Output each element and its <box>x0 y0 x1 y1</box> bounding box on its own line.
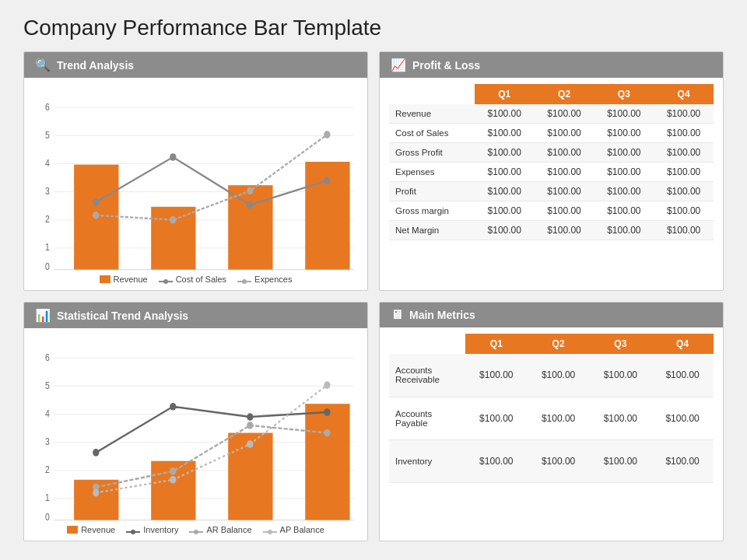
row-profit-q4: $100.00 <box>654 182 714 201</box>
row-profit-q3: $100.00 <box>594 182 654 201</box>
col-q1: Q1 <box>475 84 535 104</box>
profit-loss-header-row: Q1 Q2 Q3 Q4 <box>389 84 714 104</box>
col-q3: Q3 <box>594 84 654 104</box>
svg-point-18 <box>93 198 99 206</box>
table-row: Gross Profit $100.00 $100.00 $100.00 $10… <box>389 143 714 163</box>
svg-text:6: 6 <box>45 102 50 112</box>
legend-label-ar: AR Balance <box>206 525 251 534</box>
col-q4: Q4 <box>654 84 714 104</box>
svg-point-51 <box>324 429 330 437</box>
row-expenses-label: Expenses <box>389 163 475 182</box>
legend-label-inv: Inventory <box>143 525 178 534</box>
legend-label-revenue-stat: Revenue <box>81 525 115 534</box>
row-inv-q3: $100.00 <box>589 439 651 482</box>
row-inventory-label: Inventory <box>389 439 465 482</box>
profit-loss-body: Q1 Q2 Q3 Q4 Revenue $100.00 $100.00 $100… <box>380 78 723 290</box>
row-gross-margin-label: Gross margin <box>389 201 475 221</box>
row-ap-q4: $100.00 <box>651 397 714 439</box>
line-ap-balance <box>96 385 327 493</box>
row-gp-q3: $100.00 <box>594 143 654 163</box>
row-cos-label: Cost of Sales <box>389 124 475 143</box>
chart-icon: 📊 <box>35 308 51 323</box>
table-row: Inventory $100.00 $100.00 $100.00 $100.0… <box>389 439 714 482</box>
statistical-trend-body: 6 5 4 3 2 1 0 <box>24 328 367 541</box>
svg-text:3: 3 <box>45 436 50 446</box>
row-gross-profit-label: Gross Profit <box>389 143 475 163</box>
row-exp-q1: $100.00 <box>475 163 535 182</box>
svg-point-25 <box>324 131 330 138</box>
svg-text:4: 4 <box>45 408 50 418</box>
legend-label-revenue: Revenue <box>114 275 148 284</box>
trend-analysis-title: Trend Analysis <box>57 59 134 72</box>
row-ar-q2: $100.00 <box>528 354 590 397</box>
stat-trend-legend: Revenue Inventory AR Balance AP Balance <box>33 522 358 534</box>
row-ar-q4: $100.00 <box>651 354 714 397</box>
mm-col-q4: Q4 <box>651 334 714 354</box>
dashboard-grid: 🔍 Trend Analysis 6 5 4 3 2 1 0 <box>23 51 724 541</box>
panel-main-metrics: 🖥 Main Metrics Q1 Q2 Q3 Q4 AccountsRecei… <box>379 302 724 541</box>
svg-point-47 <box>324 408 330 416</box>
row-cos-q2: $100.00 <box>535 124 594 143</box>
svg-text:5: 5 <box>45 130 50 140</box>
svg-text:5: 5 <box>45 380 50 390</box>
row-ap-q1: $100.00 <box>465 397 528 439</box>
svg-point-46 <box>247 413 253 421</box>
statistical-trend-title: Statistical Trend Analysis <box>57 310 188 322</box>
row-nm-q4: $100.00 <box>654 221 714 240</box>
trend-analysis-header: 🔍 Trend Analysis <box>24 52 367 78</box>
line-ar-balance <box>96 425 327 488</box>
bar-q3 <box>228 185 272 269</box>
col-empty <box>389 84 475 104</box>
svg-text:1: 1 <box>45 243 50 253</box>
svg-text:2: 2 <box>45 215 50 225</box>
legend-bar-revenue-stat <box>67 526 78 534</box>
profit-loss-table: Q1 Q2 Q3 Q4 Revenue $100.00 $100.00 $100… <box>389 84 714 240</box>
svg-text:2: 2 <box>45 465 50 475</box>
main-metrics-header: 🖥 Main Metrics <box>380 303 723 327</box>
legend-expenses: Expences <box>237 275 292 284</box>
svg-point-50 <box>247 422 253 429</box>
svg-text:3: 3 <box>45 186 50 196</box>
row-ar-q1: $100.00 <box>465 354 528 397</box>
table-row: Profit $100.00 $100.00 $100.00 $100.00 <box>389 182 714 201</box>
table-row: Net Margin $100.00 $100.00 $100.00 $100.… <box>389 221 714 240</box>
main-metrics-header-row: Q1 Q2 Q3 Q4 <box>389 334 714 354</box>
row-gm-q1: $100.00 <box>475 201 535 221</box>
row-gp-q4: $100.00 <box>654 143 714 163</box>
mm-col-q1: Q1 <box>465 334 528 354</box>
legend-revenue: Revenue <box>100 275 148 284</box>
row-revenue-label: Revenue <box>389 104 475 124</box>
mm-col-q2: Q2 <box>528 334 590 354</box>
legend-label-cos: Cost of Sales <box>176 275 226 284</box>
svg-point-23 <box>170 216 176 224</box>
svg-text:6: 6 <box>45 352 50 362</box>
trend-analysis-chart: 6 5 4 3 2 1 0 <box>33 84 358 271</box>
line-expenses <box>96 135 327 220</box>
statistical-trend-chart: 6 5 4 3 2 1 0 <box>33 334 358 522</box>
legend-ar-balance: AR Balance <box>189 525 251 534</box>
col-q2: Q2 <box>535 84 594 104</box>
legend-line-cos <box>159 281 173 282</box>
profit-loss-thead: Q1 Q2 Q3 Q4 <box>389 84 714 104</box>
svg-point-22 <box>93 212 99 219</box>
row-ap-q3: $100.00 <box>589 397 651 439</box>
svg-point-20 <box>247 201 253 209</box>
svg-point-54 <box>247 440 253 448</box>
row-revenue-q2: $100.00 <box>535 104 594 124</box>
svg-point-55 <box>324 381 330 389</box>
row-cos-q1: $100.00 <box>475 124 535 143</box>
row-inv-q2: $100.00 <box>528 439 590 482</box>
main-metrics-body: Q1 Q2 Q3 Q4 AccountsReceivable $100.00 $… <box>380 327 723 541</box>
trend-analysis-legend: Revenue Cost of Sales Expences <box>33 271 358 284</box>
trend-analysis-body: 6 5 4 3 2 1 0 <box>24 78 367 290</box>
svg-point-53 <box>170 476 176 484</box>
row-inv-q1: $100.00 <box>465 439 528 482</box>
svg-point-44 <box>93 449 99 457</box>
svg-point-49 <box>170 467 176 475</box>
statistical-trend-header: 📊 Statistical Trend Analysis <box>24 303 367 328</box>
legend-cost-of-sales: Cost of Sales <box>159 275 226 284</box>
row-profit-q1: $100.00 <box>475 182 535 201</box>
row-profit-label: Profit <box>389 182 475 201</box>
profit-loss-header: 📈 Profit & Loss <box>380 52 723 78</box>
main-metrics-table: Q1 Q2 Q3 Q4 AccountsReceivable $100.00 $… <box>389 334 714 483</box>
